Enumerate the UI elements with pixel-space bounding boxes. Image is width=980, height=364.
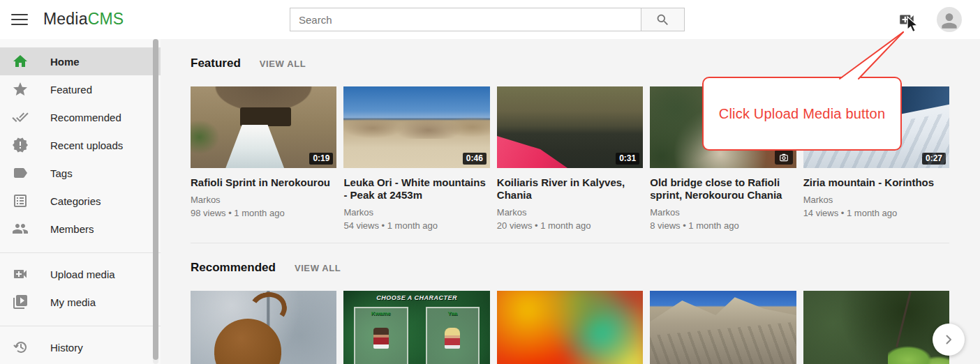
game-character-sprite [373,328,389,349]
game-character-sprite [445,328,460,349]
sidebar-item-label: Recommended [50,112,121,123]
media-thumbnail[interactable]: 0:46 [343,86,489,168]
tutorial-callout: Click Upload Media button [702,77,902,151]
sidebar-item-recent-uploads[interactable]: Recent uploads [0,131,161,159]
logo-cms: CMS [88,10,124,28]
media-thumbnail[interactable]: CHOOSE A CHARACTER Kwame Yaa Selected Se… [343,291,489,364]
media-thumbnail[interactable] [650,291,796,364]
search-button[interactable] [641,8,685,31]
media-meta: 54 views • 1 month ago [343,220,489,231]
sidebar-item-label: Featured [50,84,92,96]
game-character-name: Yaa [427,310,478,317]
media-author[interactable]: Markos [650,207,796,218]
sidebar-item-tags[interactable]: Tags [0,159,161,187]
sidebar-item-categories[interactable]: Categories [0,187,161,215]
sidebar-divider [0,252,161,253]
media-meta: 14 views • 1 month ago [803,208,949,218]
media-meta: 8 views • 1 month ago [650,220,796,231]
game-character-panel: Kwame [354,307,408,364]
person-icon [938,10,960,32]
sidebar-scrollbar [153,39,158,364]
tag-icon [12,165,29,181]
media-card[interactable]: 0:19 Rafioli Sprint in Nerokourou Markos… [191,86,336,231]
star-icon [12,81,29,98]
media-thumbnail[interactable] [191,291,336,364]
topbar-actions [898,0,962,39]
sidebar-item-label: History [50,342,83,354]
sidebar-item-label: Categories [50,195,101,207]
media-thumbnail[interactable]: 0:31 [497,86,643,168]
duration-badge: 0:27 [922,153,946,165]
sidebar-item-label: Upload media [50,268,115,280]
sidebar-item-my-media[interactable]: My media [0,288,161,316]
camera-icon [775,150,793,165]
callout-text: Click Upload Media button [719,106,885,122]
media-meta: 20 views • 1 month ago [497,220,643,231]
mediacms-app: MediaCMS Home Featured Recommended [0,0,980,364]
section-separator [191,243,949,243]
sidebar-scrollbar-thumb[interactable] [153,39,158,360]
media-card[interactable]: 0:31 Koiliaris River in Kalyves, Chania … [497,86,643,231]
sidebar-item-label: My media [50,296,96,308]
sidebar-item-label: Home [50,56,80,68]
media-card[interactable] [803,291,949,364]
duration-badge: 0:31 [616,153,639,165]
sidebar-divider [0,326,161,326]
upload-media-icon[interactable] [898,10,916,29]
my-media-icon [12,294,29,310]
upload-media-icon [12,266,29,282]
sidebar-item-recommended[interactable]: Recommended [0,103,161,131]
media-title[interactable]: Leuka Ori - White mountains - Peak at 24… [343,176,489,202]
menu-icon[interactable] [11,12,28,27]
categories-icon [12,192,29,209]
game-character-panel: Yaa [426,307,480,364]
media-thumbnail[interactable] [497,291,643,364]
recommended-section-header: Recommended VIEW ALL [191,261,949,275]
sidebar-item-members[interactable]: Members [0,215,161,243]
featured-section-header: Featured VIEW ALL [191,56,949,70]
recommended-view-all-link[interactable]: VIEW ALL [295,263,341,273]
media-author[interactable]: Markos [191,195,336,205]
media-author[interactable]: Markos [497,207,643,218]
media-card[interactable] [650,291,796,364]
avatar[interactable] [937,7,962,32]
media-author[interactable]: Markos [343,207,489,218]
home-icon [12,53,29,70]
topbar: MediaCMS [0,0,980,39]
search-icon [655,13,670,27]
new-releases-icon [12,137,29,153]
featured-view-all-link[interactable]: VIEW ALL [260,59,306,69]
media-card[interactable] [497,291,643,364]
search-input[interactable] [290,8,641,31]
media-card[interactable] [191,291,336,364]
sidebar: Home Featured Recommended Recent uploads… [0,39,161,364]
media-card[interactable]: CHOOSE A CHARACTER Kwame Yaa Selected Se… [343,291,489,364]
carousel-next-button[interactable] [933,324,965,356]
logo-media: Media [43,10,88,28]
media-thumbnail[interactable] [803,291,949,364]
logo[interactable]: MediaCMS [43,10,124,29]
section-title: Featured [191,56,241,70]
sidebar-item-label: Members [50,223,94,235]
game-screen-title: CHOOSE A CHARACTER [343,294,489,301]
media-thumbnail[interactable]: 0:19 [191,86,336,168]
media-title[interactable]: Ziria mountain - Korinthos [803,176,949,189]
sidebar-item-label: Tags [50,167,73,179]
media-card[interactable]: 0:46 Leuka Ori - White mountains - Peak … [343,86,489,231]
duration-badge: 0:19 [309,153,333,165]
sidebar-item-upload-media[interactable]: Upload media [0,260,161,288]
media-title[interactable]: Rafioli Sprint in Nerokourou [191,176,336,189]
media-author[interactable]: Markos [803,195,949,205]
media-title[interactable]: Koiliaris River in Kalyves, Chania [497,176,643,202]
sidebar-item-label: Recent uploads [50,139,123,151]
media-meta: 98 views • 1 month ago [191,208,336,218]
sidebar-item-history[interactable]: History [0,333,161,361]
pumpkin-craft-art [214,319,281,364]
sidebar-item-featured[interactable]: Featured [0,75,161,103]
sidebar-item-home[interactable]: Home [0,47,161,75]
double-check-icon [12,109,29,126]
media-title[interactable]: Old bridge close to Rafioli sprint, Nero… [650,176,796,202]
duration-badge: 0:46 [463,153,487,165]
searchbar [290,8,685,31]
chevron-right-icon [940,331,957,348]
